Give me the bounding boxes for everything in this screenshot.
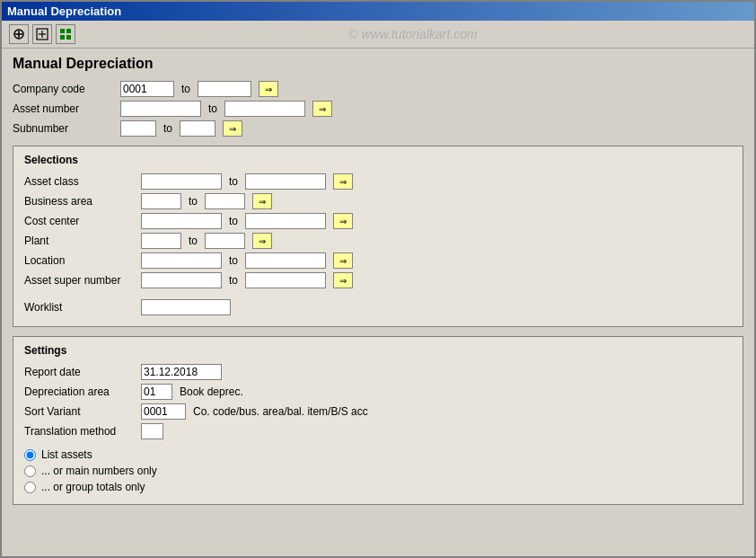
cost-center-arrow[interactable]: ⇒ [333,213,353,229]
company-code-row: Company code to ⇒ [13,81,743,97]
plant-row: Plant to ⇒ [24,233,732,249]
radio-main-numbers-row: ... or main numbers only [24,465,732,477]
location-input[interactable] [141,252,222,269]
radio-group-totals-row: ... or group totals only [24,481,732,493]
svg-rect-7 [66,29,71,33]
business-area-to: to [189,195,198,208]
asset-class-input[interactable] [141,173,222,190]
cost-center-row: Cost center to ⇒ [24,213,732,229]
asset-class-to-input[interactable] [245,173,326,190]
location-to: to [229,254,238,267]
asset-number-to-input[interactable] [224,101,305,117]
asset-number-to: to [208,102,217,115]
watermark: © www.tutorialkart.com [79,27,747,41]
asset-super-number-to-input[interactable] [245,272,326,288]
report-date-input[interactable] [141,364,222,380]
location-row: Location to ⇒ [24,252,732,269]
business-area-arrow[interactable]: ⇒ [252,193,272,209]
business-area-input[interactable] [141,193,181,209]
toolbar: © www.tutorialkart.com [2,21,754,49]
sort-variant-row: Sort Variant Co. code/bus. area/bal. ite… [24,403,732,420]
sort-variant-input[interactable] [141,403,186,420]
report-date-label: Report date [24,366,141,378]
page-title: Manual Depreciation [13,56,743,72]
asset-class-to: to [229,175,238,188]
subnumber-arrow[interactable]: ⇒ [223,120,242,137]
depreciation-area-row: Depreciation area Book deprec. [24,384,732,400]
plant-input[interactable] [141,233,181,249]
svg-rect-9 [66,35,71,40]
cost-center-input[interactable] [141,213,222,229]
asset-number-input[interactable] [120,101,201,117]
subnumber-input[interactable] [120,120,156,137]
cost-center-label: Cost center [24,215,141,227]
translation-method-input[interactable] [141,423,163,439]
company-code-input[interactable] [120,81,174,97]
translation-method-row: Translation method [24,423,732,439]
worklist-label: Worklist [24,301,141,314]
asset-number-row: Asset number to ⇒ [13,101,743,117]
location-arrow[interactable]: ⇒ [333,252,353,269]
radio-main-numbers[interactable] [24,465,36,477]
depreciation-area-label: Depreciation area [24,385,141,398]
company-code-to-input[interactable] [198,81,251,97]
radio-list-assets-label: List assets [41,448,92,461]
business-area-row: Business area to ⇒ [24,193,732,209]
asset-number-label: Asset number [13,102,120,115]
radio-group-totals-label: ... or group totals only [41,481,145,493]
location-to-input[interactable] [245,252,326,269]
subnumber-label: Subnumber [13,122,120,135]
plant-label: Plant [24,235,141,247]
radio-group: List assets ... or main numbers only ...… [24,448,732,493]
sort-variant-text: Co. code/bus. area/bal. item/B/S acc [193,405,368,418]
radio-list-assets[interactable] [24,449,36,461]
sort-variant-label: Sort Variant [24,405,141,418]
asset-number-arrow[interactable]: ⇒ [312,101,332,117]
svg-rect-8 [60,35,65,40]
selections-title: Selections [24,154,732,166]
title-bar: Manual Depreciation [2,2,754,21]
radio-list-assets-row: List assets [24,448,732,461]
asset-class-arrow[interactable]: ⇒ [333,173,353,190]
report-date-row: Report date [24,364,732,380]
asset-super-number-row: Asset super number to ⇒ [24,272,732,288]
worklist-row: Worklist [24,299,732,315]
translation-method-label: Translation method [24,425,141,438]
asset-class-label: Asset class [24,175,141,188]
location-label: Location [24,254,141,267]
asset-super-number-label: Asset super number [24,274,141,287]
subnumber-to: to [163,122,172,135]
company-code-to: to [181,83,190,95]
asset-class-row: Asset class to ⇒ [24,173,732,190]
main-window: Manual Depreciation © www.tutorialkart.c… [0,0,756,558]
business-area-to-input[interactable] [205,193,245,209]
svg-rect-6 [60,29,65,33]
asset-super-number-arrow[interactable]: ⇒ [333,272,353,288]
cost-center-to-input[interactable] [245,213,326,229]
subnumber-to-input[interactable] [180,120,215,137]
subnumber-row: Subnumber to ⇒ [13,120,743,137]
company-code-label: Company code [13,83,120,95]
main-content: Manual Depreciation Company code to ⇒ As… [2,49,754,521]
cost-center-to: to [229,215,238,227]
business-area-label: Business area [24,195,141,208]
plant-to-input[interactable] [205,233,245,249]
settings-section: Settings Report date Depreciation area B… [13,336,743,505]
plant-arrow[interactable]: ⇒ [252,233,272,249]
radio-main-numbers-label: ... or main numbers only [41,465,157,477]
toolbar-btn-2[interactable] [32,24,52,44]
window-title: Manual Depreciation [7,4,121,18]
depreciation-area-input[interactable] [141,384,172,400]
plant-to: to [189,235,198,247]
toolbar-btn-1[interactable] [9,24,29,44]
selections-section: Selections Asset class to ⇒ Business are… [13,146,743,327]
company-code-arrow[interactable]: ⇒ [259,81,278,97]
settings-title: Settings [24,344,732,357]
asset-super-number-input[interactable] [141,272,222,288]
toolbar-btn-3[interactable] [56,24,75,44]
asset-super-number-to: to [229,274,238,287]
radio-group-totals[interactable] [24,482,36,493]
depreciation-area-text: Book deprec. [180,385,243,398]
worklist-input[interactable] [141,299,231,315]
